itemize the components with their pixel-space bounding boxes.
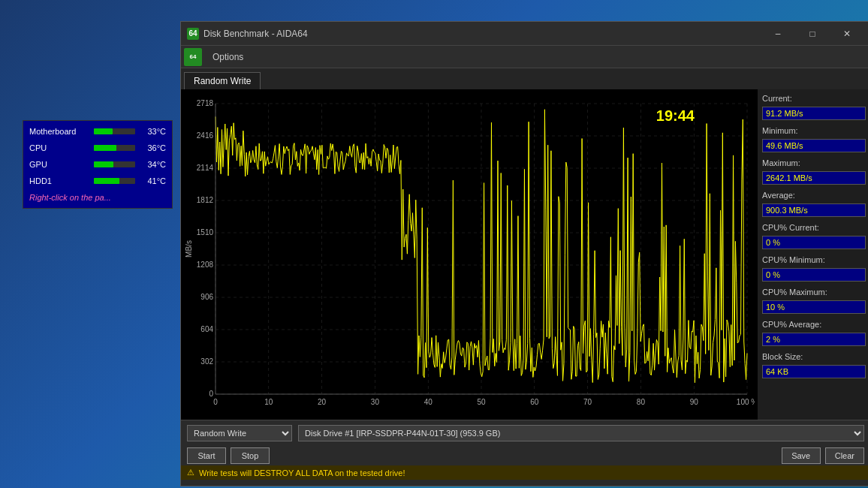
menu-bar: 64 Options [181, 46, 868, 68]
maximize-button[interactable]: □ [795, 22, 830, 46]
control-row-selects: Random Write Disk Drive #1 [IRP-SSDPR-P4… [181, 420, 868, 446]
sys-monitor-temp: 34°C [140, 160, 166, 169]
main-content: 19:44 Current: 91.2 MB/s Minimum: 49.6 M… [181, 89, 868, 420]
cpu-maximum-value: 10 % [762, 300, 866, 314]
minimize-button[interactable]: – [761, 22, 795, 46]
warning-bar: ⚠ Write tests will DESTROY ALL DATA on t… [181, 465, 868, 480]
sys-monitor-row: Motherboard 33°C [29, 127, 166, 136]
sys-monitor-row: CPU 36°C [29, 143, 166, 152]
bottom-controls: Random Write Disk Drive #1 [IRP-SSDPR-P4… [181, 420, 868, 486]
close-button[interactable]: ✕ [830, 22, 864, 46]
disk-drive-select[interactable]: Disk Drive #1 [IRP-SSDPR-P44N-01T-30] (9… [298, 425, 864, 441]
system-monitor-panel: Motherboard 33°C CPU 36°C GPU 34°C HDD1 … [23, 120, 173, 209]
sys-bar-fill [94, 178, 119, 184]
sys-bar-fill [94, 161, 113, 167]
current-value: 91.2 MB/s [762, 107, 866, 120]
clear-button[interactable]: Clear [825, 447, 864, 464]
sys-bar-bg [94, 178, 135, 184]
sys-bar-bg [94, 128, 135, 134]
cpu-minimum-label: CPU% Minimum: [762, 255, 866, 264]
start-button[interactable]: Start [187, 447, 226, 464]
block-size-label: Block Size: [762, 352, 866, 361]
menu-options[interactable]: Options [206, 49, 249, 65]
sys-monitor-temp: 36°C [140, 143, 166, 152]
minimum-label: Minimum: [762, 126, 866, 135]
sys-bar-bg [94, 145, 135, 151]
aida64-window: 64 Disk Benchmark - AIDA64 – □ ✕ 64 Opti… [180, 21, 868, 486]
window-title: Disk Benchmark - AIDA64 [203, 29, 761, 39]
minimum-value: 49.6 MB/s [762, 139, 866, 152]
sys-bar-fill [94, 145, 116, 151]
current-label: Current: [762, 94, 866, 103]
sys-monitor-label: GPU [29, 160, 89, 169]
warning-text: Write tests will DESTROY ALL DATA on the… [199, 468, 405, 477]
tab-bar: Random Write [181, 68, 868, 89]
sys-monitor-row: GPU 34°C [29, 160, 166, 169]
sys-monitor-label: Motherboard [29, 127, 89, 136]
app-icon: 64 [187, 28, 199, 40]
block-size-value: 64 KB [762, 365, 866, 378]
cpu-current-value: 0 % [762, 236, 866, 249]
sys-bar-fill [94, 128, 113, 134]
sys-monitor-label: HDD1 [29, 176, 89, 185]
chart-area: 19:44 [181, 89, 758, 420]
cpu-current-label: CPU% Current: [762, 223, 866, 232]
control-row-buttons: Start Stop Save Clear [181, 446, 868, 465]
menu-app-icon: 64 [184, 48, 202, 66]
save-button[interactable]: Save [782, 447, 821, 464]
average-value: 900.3 MB/s [762, 203, 866, 217]
maximum-label: Maximum: [762, 158, 866, 167]
stop-button[interactable]: Stop [231, 447, 270, 464]
sys-bar-bg [94, 161, 135, 167]
chart-timer: 19:44 [656, 107, 695, 125]
right-click-hint: Right-click on the pa... [29, 193, 166, 202]
average-label: Average: [762, 191, 866, 200]
title-bar: 64 Disk Benchmark - AIDA64 – □ ✕ [181, 22, 868, 46]
sys-monitor-temp: 33°C [140, 127, 166, 136]
cpu-average-value: 2 % [762, 333, 866, 346]
test-type-select[interactable]: Random Write [187, 425, 292, 441]
warning-icon: ⚠ [187, 468, 194, 477]
cpu-average-label: CPU% Average: [762, 320, 866, 329]
cpu-maximum-label: CPU% Maximum: [762, 288, 866, 297]
sys-monitor-temp: 41°C [140, 176, 166, 185]
benchmark-chart [184, 92, 755, 417]
cpu-minimum-value: 0 % [762, 268, 866, 282]
stats-panel: Current: 91.2 MB/s Minimum: 49.6 MB/s Ma… [758, 89, 868, 420]
sys-monitor-label: CPU [29, 143, 89, 152]
maximum-value: 2642.1 MB/s [762, 171, 866, 185]
tab-random-write[interactable]: Random Write [184, 72, 261, 89]
sys-monitor-row: HDD1 41°C [29, 176, 166, 185]
chart-container: 19:44 [184, 92, 755, 417]
